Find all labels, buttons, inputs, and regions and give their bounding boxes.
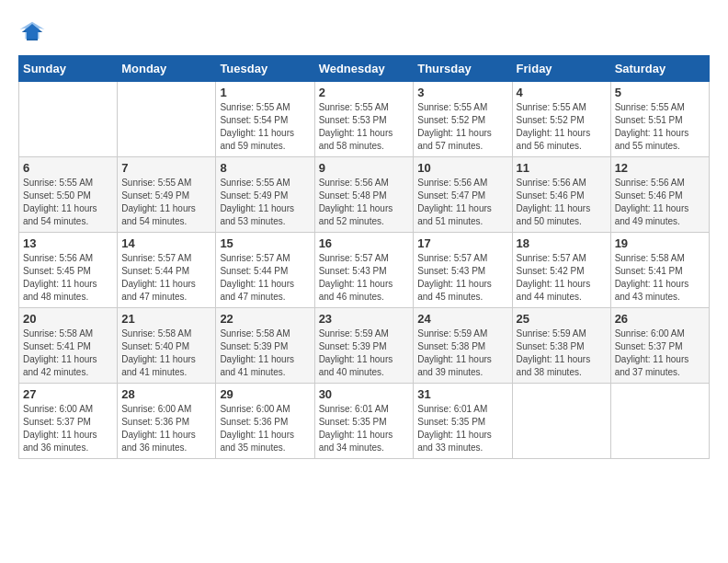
day-number: 20 [23, 312, 113, 326]
day-info: Sunrise: 5:55 AMSunset: 5:51 PMDaylight:… [615, 101, 705, 153]
calendar-cell [19, 82, 118, 157]
calendar-cell: 12Sunrise: 5:56 AMSunset: 5:46 PMDayligh… [610, 157, 709, 233]
day-info: Sunrise: 5:59 AMSunset: 5:39 PMDaylight:… [319, 327, 410, 379]
day-info: Sunrise: 5:56 AMSunset: 5:47 PMDaylight:… [417, 177, 507, 228]
calendar-cell: 14Sunrise: 5:57 AMSunset: 5:44 PMDayligh… [118, 233, 216, 308]
day-number: 24 [417, 312, 507, 326]
day-info: Sunrise: 6:00 AMSunset: 5:37 PMDaylight:… [23, 403, 113, 454]
calendar-cell: 16Sunrise: 5:57 AMSunset: 5:43 PMDayligh… [314, 233, 414, 308]
calendar-cell [610, 384, 709, 459]
calendar-header-row: SundayMondayTuesdayWednesdayThursdayFrid… [19, 56, 710, 82]
calendar-cell: 25Sunrise: 5:59 AMSunset: 5:38 PMDayligh… [512, 308, 610, 384]
day-info: Sunrise: 5:58 AMSunset: 5:41 PMDaylight:… [615, 252, 705, 304]
day-number: 25 [517, 312, 607, 326]
day-number: 19 [615, 236, 705, 250]
calendar-cell: 28Sunrise: 6:00 AMSunset: 5:36 PMDayligh… [118, 384, 216, 459]
day-info: Sunrise: 5:55 AMSunset: 5:53 PMDaylight:… [319, 101, 410, 153]
calendar-week-1: 1Sunrise: 5:55 AMSunset: 5:54 PMDaylight… [19, 82, 710, 157]
day-info: Sunrise: 5:55 AMSunset: 5:50 PMDaylight:… [23, 177, 113, 228]
day-number: 30 [319, 387, 410, 401]
weekday-header-saturday: Saturday [610, 56, 709, 82]
calendar-cell: 6Sunrise: 5:55 AMSunset: 5:50 PMDaylight… [19, 157, 118, 233]
day-number: 21 [121, 312, 211, 326]
day-number: 10 [417, 161, 507, 175]
day-info: Sunrise: 5:58 AMSunset: 5:41 PMDaylight:… [23, 327, 113, 379]
day-info: Sunrise: 5:55 AMSunset: 5:52 PMDaylight:… [417, 101, 507, 153]
day-number: 2 [319, 86, 410, 99]
page-header [18, 18, 710, 46]
calendar-table: SundayMondayTuesdayWednesdayThursdayFrid… [18, 55, 710, 459]
weekday-header-monday: Monday [118, 56, 216, 82]
day-info: Sunrise: 5:57 AMSunset: 5:43 PMDaylight:… [319, 252, 410, 304]
day-number: 16 [319, 236, 410, 250]
day-info: Sunrise: 6:01 AMSunset: 5:35 PMDaylight:… [417, 403, 507, 454]
day-number: 26 [615, 312, 705, 326]
day-number: 27 [23, 387, 113, 401]
calendar-cell: 20Sunrise: 5:58 AMSunset: 5:41 PMDayligh… [19, 308, 118, 384]
day-number: 7 [121, 161, 211, 175]
calendar-cell: 9Sunrise: 5:56 AMSunset: 5:48 PMDaylight… [314, 157, 414, 233]
day-info: Sunrise: 5:55 AMSunset: 5:54 PMDaylight:… [220, 101, 310, 153]
calendar-cell: 17Sunrise: 5:57 AMSunset: 5:43 PMDayligh… [414, 233, 512, 308]
day-info: Sunrise: 5:58 AMSunset: 5:40 PMDaylight:… [121, 327, 211, 379]
weekday-header-sunday: Sunday [19, 56, 118, 82]
day-number: 11 [517, 161, 607, 175]
calendar-cell: 18Sunrise: 5:57 AMSunset: 5:42 PMDayligh… [512, 233, 610, 308]
day-number: 13 [23, 236, 113, 250]
day-number: 1 [220, 86, 310, 99]
logo [18, 18, 50, 46]
day-info: Sunrise: 6:00 AMSunset: 5:36 PMDaylight:… [121, 403, 211, 454]
day-info: Sunrise: 5:57 AMSunset: 5:44 PMDaylight:… [220, 252, 310, 304]
svg-marker-1 [20, 22, 45, 40]
calendar-cell: 23Sunrise: 5:59 AMSunset: 5:39 PMDayligh… [314, 308, 414, 384]
calendar-week-2: 6Sunrise: 5:55 AMSunset: 5:50 PMDaylight… [19, 157, 710, 233]
day-info: Sunrise: 5:58 AMSunset: 5:39 PMDaylight:… [220, 327, 310, 379]
weekday-header-thursday: Thursday [414, 56, 512, 82]
calendar-week-5: 27Sunrise: 6:00 AMSunset: 5:37 PMDayligh… [19, 384, 710, 459]
day-info: Sunrise: 5:57 AMSunset: 5:43 PMDaylight:… [417, 252, 507, 304]
day-number: 6 [23, 161, 113, 175]
calendar-cell: 4Sunrise: 5:55 AMSunset: 5:52 PMDaylight… [512, 82, 610, 157]
day-info: Sunrise: 5:56 AMSunset: 5:46 PMDaylight:… [517, 177, 607, 228]
calendar-cell: 13Sunrise: 5:56 AMSunset: 5:45 PMDayligh… [19, 233, 118, 308]
calendar-cell: 11Sunrise: 5:56 AMSunset: 5:46 PMDayligh… [512, 157, 610, 233]
day-info: Sunrise: 5:55 AMSunset: 5:49 PMDaylight:… [121, 177, 211, 228]
calendar-cell: 19Sunrise: 5:58 AMSunset: 5:41 PMDayligh… [610, 233, 709, 308]
calendar-cell [512, 384, 610, 459]
day-number: 28 [121, 387, 211, 401]
day-info: Sunrise: 5:56 AMSunset: 5:48 PMDaylight:… [319, 177, 410, 228]
day-number: 5 [615, 86, 705, 99]
day-number: 29 [220, 387, 310, 401]
day-number: 9 [319, 161, 410, 175]
day-info: Sunrise: 5:55 AMSunset: 5:52 PMDaylight:… [517, 101, 607, 153]
logo-bird-icon [18, 18, 46, 46]
calendar-cell: 8Sunrise: 5:55 AMSunset: 5:49 PMDaylight… [216, 157, 314, 233]
calendar-cell: 15Sunrise: 5:57 AMSunset: 5:44 PMDayligh… [216, 233, 314, 308]
day-info: Sunrise: 5:56 AMSunset: 5:45 PMDaylight:… [23, 252, 113, 304]
weekday-header-wednesday: Wednesday [314, 56, 414, 82]
day-info: Sunrise: 5:56 AMSunset: 5:46 PMDaylight:… [615, 177, 705, 228]
day-number: 18 [517, 236, 607, 250]
calendar-week-3: 13Sunrise: 5:56 AMSunset: 5:45 PMDayligh… [19, 233, 710, 308]
calendar-cell: 29Sunrise: 6:00 AMSunset: 5:36 PMDayligh… [216, 384, 314, 459]
calendar-cell: 30Sunrise: 6:01 AMSunset: 5:35 PMDayligh… [314, 384, 414, 459]
weekday-header-friday: Friday [512, 56, 610, 82]
day-number: 22 [220, 312, 310, 326]
calendar-cell [118, 82, 216, 157]
day-number: 8 [220, 161, 310, 175]
day-number: 31 [417, 387, 507, 401]
day-info: Sunrise: 6:00 AMSunset: 5:36 PMDaylight:… [220, 403, 310, 454]
day-info: Sunrise: 6:01 AMSunset: 5:35 PMDaylight:… [319, 403, 410, 454]
day-info: Sunrise: 5:55 AMSunset: 5:49 PMDaylight:… [220, 177, 310, 228]
weekday-header-tuesday: Tuesday [216, 56, 314, 82]
calendar-cell: 21Sunrise: 5:58 AMSunset: 5:40 PMDayligh… [118, 308, 216, 384]
calendar-week-4: 20Sunrise: 5:58 AMSunset: 5:41 PMDayligh… [19, 308, 710, 384]
day-info: Sunrise: 6:00 AMSunset: 5:37 PMDaylight:… [615, 327, 705, 379]
calendar-cell: 27Sunrise: 6:00 AMSunset: 5:37 PMDayligh… [19, 384, 118, 459]
calendar-cell: 10Sunrise: 5:56 AMSunset: 5:47 PMDayligh… [414, 157, 512, 233]
day-info: Sunrise: 5:57 AMSunset: 5:44 PMDaylight:… [121, 252, 211, 304]
calendar-cell: 22Sunrise: 5:58 AMSunset: 5:39 PMDayligh… [216, 308, 314, 384]
calendar-cell: 3Sunrise: 5:55 AMSunset: 5:52 PMDaylight… [414, 82, 512, 157]
day-info: Sunrise: 5:57 AMSunset: 5:42 PMDaylight:… [517, 252, 607, 304]
day-info: Sunrise: 5:59 AMSunset: 5:38 PMDaylight:… [417, 327, 507, 379]
